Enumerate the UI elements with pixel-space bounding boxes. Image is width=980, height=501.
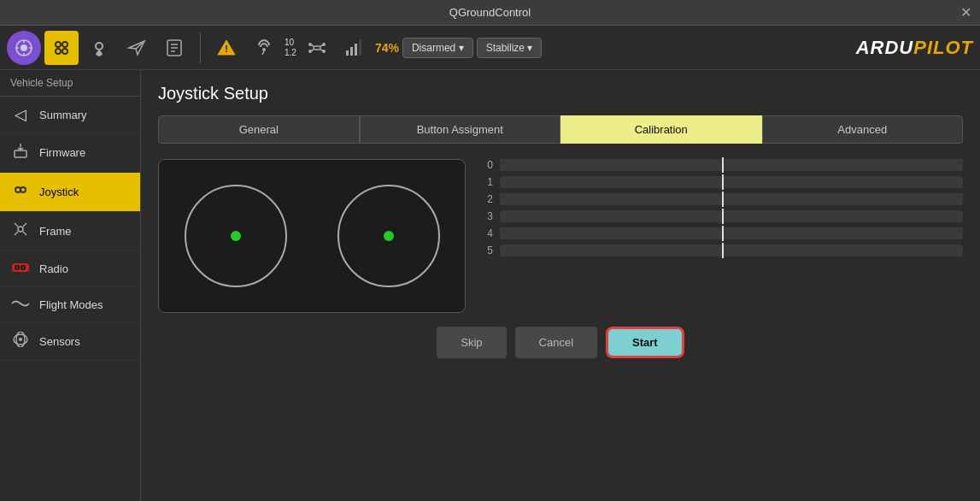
axis-label-5: 5: [483, 245, 493, 256]
axis-label-3: 3: [483, 210, 493, 222]
axis-track-4: [500, 227, 963, 239]
arm-disarm-button[interactable]: Disarmed ▾: [402, 38, 473, 58]
svg-rect-30: [355, 44, 357, 56]
title-bar: QGroundControl ✕: [0, 0, 980, 26]
warning-icon[interactable]: !: [209, 31, 244, 65]
link-icon[interactable]: [247, 31, 281, 65]
svg-point-47: [19, 338, 22, 341]
svg-rect-19: [314, 46, 320, 50]
link-quality: 101.2: [285, 38, 296, 58]
frame-icon: [10, 221, 31, 242]
axis-track-1: [500, 176, 963, 188]
content-area: Joystick Setup General Button Assigment …: [141, 70, 980, 501]
axis-track-5: [500, 245, 963, 256]
svg-point-17: [262, 48, 266, 51]
axis-label-1: 1: [483, 176, 493, 188]
svg-rect-44: [22, 266, 24, 269]
flight-modes-icon: [10, 296, 31, 314]
axis-track-0: [500, 159, 963, 171]
axis-label-2: 2: [483, 193, 493, 205]
sidebar: Vehicle Setup ◁ Summary Firmware Joystic…: [0, 70, 141, 501]
svg-rect-31: [359, 40, 361, 56]
svg-point-27: [322, 50, 326, 53]
svg-line-38: [15, 232, 18, 235]
svg-line-18: [262, 51, 264, 55]
svg-point-34: [21, 187, 26, 192]
svg-point-6: [56, 42, 61, 47]
left-stick: [185, 185, 287, 287]
tab-calibration[interactable]: Calibration: [560, 115, 762, 144]
svg-rect-28: [346, 50, 349, 56]
waypoint-icon[interactable]: [82, 31, 116, 65]
axis-marker-3: [722, 209, 724, 224]
tab-general[interactable]: General: [158, 115, 360, 144]
tab-advanced[interactable]: Advanced: [762, 115, 964, 144]
sidebar-label-frame: Frame: [39, 225, 72, 238]
right-stick-dot: [384, 231, 394, 241]
close-button[interactable]: ✕: [960, 4, 971, 21]
axis-bars: 0 1 2 3: [483, 159, 963, 256]
tab-button-assignment[interactable]: Button Assigment: [360, 115, 561, 144]
svg-point-26: [308, 50, 312, 53]
main-layout: Vehicle Setup ◁ Summary Firmware Joystic…: [0, 70, 980, 501]
drone-icon[interactable]: [300, 31, 334, 65]
joystick-calibration-area: 0 1 2 3: [158, 159, 963, 313]
axis-row-0: 0: [483, 159, 963, 171]
svg-text:!: !: [225, 44, 228, 54]
tabs-bar: General Button Assigment Calibration Adv…: [158, 115, 963, 144]
svg-point-1: [21, 44, 27, 51]
svg-point-8: [56, 49, 61, 54]
joystick-display: [158, 159, 466, 313]
svg-point-24: [308, 43, 312, 46]
sensors-icon: [10, 332, 31, 351]
sidebar-item-radio[interactable]: Radio: [0, 251, 140, 287]
axis-label-0: 0: [483, 159, 493, 171]
pilot-text: PILOT: [913, 37, 973, 58]
axis-marker-5: [722, 243, 724, 258]
axis-label-4: 4: [483, 227, 493, 239]
sidebar-header: Vehicle Setup: [0, 70, 140, 97]
firmware-icon: [10, 142, 31, 163]
vehicle-setup-icon[interactable]: [44, 31, 79, 65]
axis-row-3: 3: [483, 210, 963, 222]
log-icon[interactable]: [157, 31, 191, 65]
svg-point-25: [322, 43, 326, 46]
sidebar-item-flight-modes[interactable]: Flight Modes: [0, 287, 140, 323]
axis-row-2: 2: [483, 193, 963, 205]
send-mission-icon[interactable]: [120, 31, 154, 65]
sidebar-label-radio: Radio: [39, 262, 68, 275]
svg-line-39: [23, 232, 26, 235]
start-button[interactable]: Start: [606, 327, 684, 358]
axis-marker-1: [722, 174, 724, 190]
signal-icon[interactable]: [337, 31, 372, 65]
svg-line-36: [15, 223, 18, 227]
left-stick-dot: [231, 231, 241, 241]
battery-percentage: 74%: [375, 41, 399, 55]
axis-row-1: 1: [483, 176, 963, 188]
ardu-text: ARDU: [856, 37, 914, 58]
page-title: Joystick Setup: [158, 84, 963, 103]
svg-point-9: [62, 49, 67, 54]
sidebar-label-firmware: Firmware: [39, 146, 85, 159]
sidebar-label-sensors: Sensors: [39, 335, 80, 348]
sidebar-item-firmware[interactable]: Firmware: [0, 133, 140, 173]
sidebar-item-summary[interactable]: ◁ Summary: [0, 97, 140, 133]
axis-marker-2: [722, 192, 724, 207]
sidebar-item-joystick[interactable]: Joystick: [0, 173, 140, 212]
svg-rect-29: [350, 47, 353, 56]
sidebar-item-frame[interactable]: Frame: [0, 212, 140, 251]
sidebar-item-sensors[interactable]: Sensors: [0, 323, 140, 361]
axis-row-4: 4: [483, 227, 963, 239]
toolbar: ! 101.2: [0, 26, 980, 70]
summary-icon: ◁: [10, 105, 31, 124]
svg-rect-32: [15, 150, 26, 157]
cancel-button[interactable]: Cancel: [515, 327, 597, 358]
axis-row-5: 5: [483, 245, 963, 256]
flight-mode-button[interactable]: Stabilize ▾: [477, 38, 543, 58]
axis-track-3: [500, 210, 963, 222]
window-title: QGroundControl: [449, 6, 531, 19]
joystick-icon: [10, 181, 31, 203]
skip-button[interactable]: Skip: [437, 327, 506, 358]
home-icon[interactable]: [7, 31, 41, 65]
toolbar-divider: [200, 32, 201, 63]
